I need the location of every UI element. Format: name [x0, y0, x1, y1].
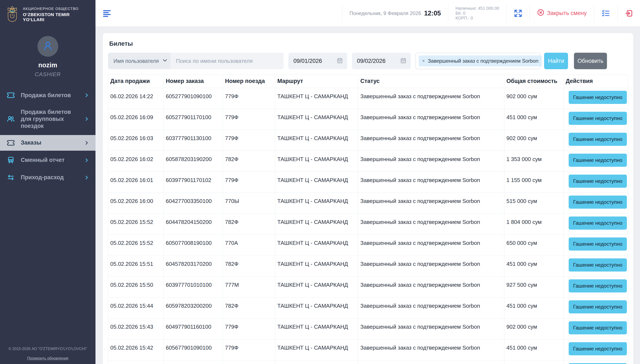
topbar: Понедельник, 9 Февраля 2026 12:05 Наличн… [96, 0, 640, 27]
table-row: 05.02.2026 16:03603777901130100779ФТАШКЕ… [108, 130, 628, 151]
cell-status: Завершенный заказ с подтверждением Sorbo… [358, 109, 504, 130]
redeem-unavailable-button[interactable]: Гашение недоступно [569, 342, 627, 355]
hamburger-menu-icon[interactable] [103, 10, 112, 17]
checklist-icon[interactable] [601, 9, 610, 18]
redeem-unavailable-button[interactable]: Гашение недоступно [569, 196, 627, 209]
table-row: 05.02.2026 15:44605978203200200782ФТАШКЕ… [108, 298, 628, 318]
datetime-section: Понедельник, 9 Февраля 2026 12:05 [342, 5, 448, 22]
sidebar-item-orders[interactable]: Заказы [0, 135, 96, 151]
ticket-icon [7, 91, 15, 99]
redeem-unavailable-button[interactable]: Гашение недоступно [569, 112, 627, 125]
redeem-unavailable-button[interactable]: Гашение недоступно [569, 216, 627, 230]
date-to-input[interactable]: 09/02/2026 [352, 53, 411, 69]
redeem-unavailable-button[interactable]: Гашение недоступно [569, 363, 627, 364]
refresh-button[interactable]: Обновить [574, 53, 607, 69]
col-header-route: Маршрут [275, 75, 358, 88]
status-chip: × Завершенный заказ с подтверждением Sor… [419, 56, 542, 66]
search-field-select[interactable]: Имя пользователя [108, 53, 170, 69]
cell-train-number: 770Ы [223, 193, 275, 214]
cell-order-number: 604977901160100 [164, 318, 223, 340]
search-field-select-value: Имя пользователя [114, 58, 159, 64]
calendar-icon [400, 57, 406, 64]
status-filter-input[interactable]: × Завершенный заказ с подтверждением Sor… [415, 53, 540, 69]
table-row: 05.02.2026 15:42605077002090300770АТАШКЕ… [108, 360, 628, 364]
date-from-input[interactable]: 09/01/2026 [288, 53, 347, 69]
cell-total: 451 000 сум [504, 340, 563, 360]
chip-remove-icon[interactable]: × [422, 58, 425, 63]
cell-status: Завершенный заказ с подтверждением Sorbo… [358, 235, 504, 256]
cell-status: Завершенный заказ с подтверждением Sorbo… [358, 130, 504, 151]
table-row: 05.02.2026 16:00604277003350100770ЫТАШКЕ… [108, 193, 628, 214]
cash-line-bk: БК: 0 [455, 11, 499, 16]
cell-sale-date: 05.02.2026 16:02 [108, 151, 164, 172]
cell-order-number: 605277901170100 [164, 109, 223, 130]
swap-arrows-icon [7, 174, 15, 182]
search-input[interactable] [170, 53, 284, 69]
sidebar-item-shift-report[interactable]: Сменный отчет [0, 152, 96, 168]
cell-order-number: 605878203190200 [164, 151, 223, 172]
cell-total: 927 500 сум [504, 276, 563, 298]
cell-train-number: 782Ф [223, 214, 275, 235]
close-shift-button[interactable]: Закрыть смену [537, 9, 587, 18]
circle-x-icon [537, 9, 544, 18]
sidebar-item-income-expense[interactable]: Приход-расход [0, 170, 96, 186]
col-header-status: Статус [358, 75, 504, 88]
redeem-unavailable-button[interactable]: Гашение недоступно [569, 238, 627, 250]
logout-icon[interactable] [625, 9, 633, 18]
redeem-unavailable-button[interactable]: Гашение недоступно [569, 258, 627, 272]
cell-train-number: 779Ф [223, 172, 275, 193]
redeem-unavailable-button[interactable]: Гашение недоступно [569, 154, 627, 167]
redeem-unavailable-button[interactable]: Гашение недоступно [569, 91, 627, 104]
cell-route: ТАШКЕНТ Ц - САМАРКАНД [275, 318, 358, 340]
brand: АКЦИОНЕРНОЕ ОБЩЕСТВО O‘ZBEKISTON TEMIR Y… [0, 0, 96, 27]
cell-train-number: 770А [223, 235, 275, 256]
user-name: nozim [38, 61, 57, 69]
cash-line-cash: Наличные: 451 000.00 [455, 6, 499, 11]
find-button[interactable]: Найти [544, 53, 568, 69]
cell-status: Завершенный заказ с подтверждением Sorbo… [358, 88, 504, 109]
chevron-right-icon [84, 93, 89, 98]
redeem-unavailable-button[interactable]: Гашение недоступно [569, 133, 627, 146]
table-header-row: Дата продажи Номер заказа Номер поезда М… [108, 75, 628, 88]
avatar [38, 36, 58, 57]
cell-route: ТАШКЕНТ Ц - САМАРКАНД [275, 340, 358, 360]
sidebar-item-ticket-sales[interactable]: Продажа билетов [0, 88, 96, 103]
cell-actions: Гашение недоступно [563, 360, 628, 364]
cell-sale-date: 05.02.2026 15:44 [108, 298, 164, 318]
orders-table: Дата продажи Номер заказа Номер поезда М… [108, 75, 628, 364]
cell-sale-date: 05.02.2026 16:00 [108, 193, 164, 214]
table-row: 05.02.2026 15:52604478204150200782ФТАШКЕ… [108, 214, 628, 235]
cell-sale-date: 05.02.2026 16:09 [108, 109, 164, 130]
cell-actions: Гашение недоступно [563, 235, 628, 256]
redeem-unavailable-button[interactable]: Гашение недоступно [569, 300, 627, 314]
railways-emblem-logo [6, 6, 19, 23]
cell-actions: Гашение недоступно [563, 276, 628, 298]
redeem-unavailable-button[interactable]: Гашение недоступно [569, 279, 627, 292]
fullscreen-icon[interactable] [514, 9, 522, 18]
chevron-right-icon [84, 175, 89, 180]
table-row: 05.02.2026 16:09605277901170100779ФТАШКЕ… [108, 109, 628, 130]
cell-order-number: 605077002090300 [164, 360, 223, 364]
chevron-right-icon [84, 116, 89, 122]
cell-sale-date: 05.02.2026 15:51 [108, 256, 164, 276]
close-shift-label: Закрыть смену [547, 10, 587, 16]
cell-status: Завершенный заказ с подтверждением Sorbo… [358, 298, 504, 318]
cash-summary: Наличные: 451 000.00 БК: 0 КОРП.: 0 [448, 5, 506, 22]
cell-actions: Гашение недоступно [563, 172, 628, 193]
redeem-unavailable-button[interactable]: Гашение недоступно [569, 174, 627, 188]
table-row: 05.02.2026 15:50603977701010100777МТАШКЕ… [108, 276, 628, 298]
cell-route: ТАШКЕНТ Ц - САМАРКАНД [275, 193, 358, 214]
cell-actions: Гашение недоступно [563, 193, 628, 214]
cell-status: Завершенный заказ с подтверждением Sorbo… [358, 214, 504, 235]
sidebar-item-label: Сменный отчет [21, 156, 79, 164]
check-updates-link[interactable]: Проверить обновления [27, 356, 68, 360]
cell-route: ТАШКЕНТ Ц - САМАРКАНД [275, 235, 358, 256]
cell-train-number: 770А [223, 360, 275, 364]
sidebar-item-group-ticket-sales[interactable]: Продажа билетов для групповых поездок [0, 105, 96, 133]
cell-route: ТАШКЕНТ Ц - САМАРКАНД [275, 172, 358, 193]
table-row: 05.02.2026 15:43604977901160100779ФТАШКЕ… [108, 318, 628, 340]
cell-train-number: 779Ф [223, 88, 275, 109]
cell-total: 451 000 сум [504, 109, 563, 130]
redeem-unavailable-button[interactable]: Гашение недоступно [569, 321, 627, 334]
cell-actions: Гашение недоступно [563, 340, 628, 360]
